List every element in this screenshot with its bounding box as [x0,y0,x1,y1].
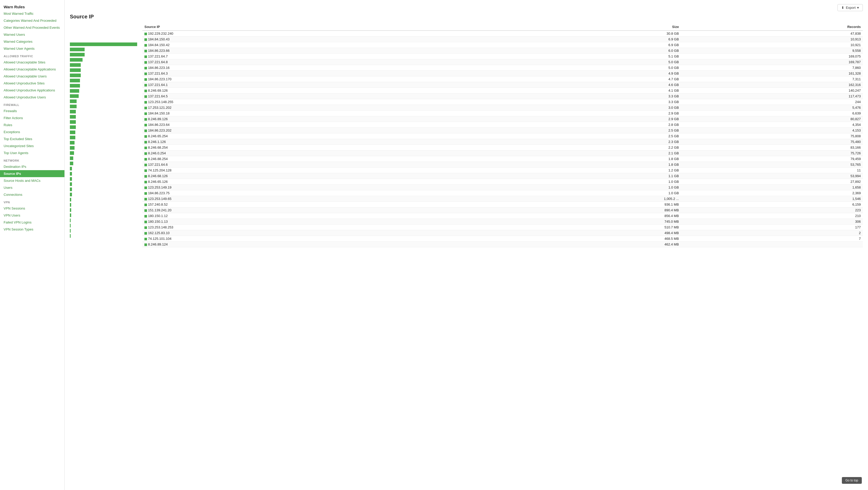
table-row[interactable]: 74.125.101.104468.5 MB7 [142,236,863,242]
sidebar-item-filter-actions[interactable]: Filter Actions [0,114,64,121]
table-row[interactable]: 137.221.64.61.8 GB53,765 [142,162,863,168]
table-row[interactable]: 184.86.223.165.0 GB7,860 [142,65,863,71]
sidebar-item-categories-warned[interactable]: Categories Warned And Proceeded [0,17,64,24]
color-indicator [145,158,147,161]
sidebar-item-allowed-unproductive-apps[interactable]: Allowed Unproductive Applications [0,87,64,94]
sidebar-item-allowed-unacceptable-apps[interactable]: Allowed Unacceptable Applications [0,66,64,73]
cell-ip: 8.246.65.254 [142,134,484,139]
sidebar-item-warned-categories[interactable]: Warned Categories [0,38,64,45]
cell-records: 53,765 [681,162,863,168]
color-indicator [145,101,147,104]
cell-records: 6,639 [681,111,863,116]
table-row[interactable]: 123.253.149.191.0 GB1,658 [142,185,863,190]
sidebar-item-top-excluded-sites[interactable]: Top Excluded Sites [0,136,64,142]
sidebar-item-uncategorized-sites[interactable]: Uncategorized Sites [0,142,64,149]
cell-records: 1,658 [681,185,863,190]
table-row[interactable]: 123.253.148.2553.3 GB244 [142,99,863,105]
sidebar-item-source-hosts-macs[interactable]: Source Hosts and MACs [0,177,64,184]
sidebar-item-allowed-unacceptable-users[interactable]: Allowed Unacceptable Users [0,73,64,80]
table-row[interactable]: 137.221.64.14.6 GB162,316 [142,82,863,88]
bar [70,151,74,155]
sidebar-item-firewalls[interactable]: Firewalls [0,108,64,114]
page-title: Source IP [70,14,863,20]
table-row[interactable]: 8.246.65.2542.5 GB75,808 [142,134,863,139]
table-row[interactable]: 8.246.65.1261.0 GB27,892 [142,179,863,185]
bar-row [70,218,142,223]
sidebar-item-allowed-unacceptable-sites[interactable]: Allowed Unacceptable Sites [0,59,64,66]
table-row[interactable]: 184.84.150.436.9 GB10,913 [142,36,863,42]
sidebar-item-other-warned[interactable]: Other Warned And Proceeded Events [0,24,64,31]
table-row[interactable]: 184.86.223.751.0 GB2,369 [142,190,863,196]
table-row[interactable]: 192.229.232.24030.8 GB47,838 [142,31,863,36]
sidebar-item-allowed-unproductive-users[interactable]: Allowed Unproductive Users [0,94,64,101]
sidebar-item-rules[interactable]: Rules [0,121,64,128]
bar [70,42,137,46]
sidebar-item-vpn-session-types[interactable]: VPN Session Types [0,226,64,233]
table-row[interactable]: 8.246.89.124462.4 MB [142,242,863,247]
sidebar-item-vpn-users[interactable]: VPN Users [0,212,64,219]
color-indicator [145,186,147,189]
sidebar-item-most-warned-traffic[interactable]: Most Warned Traffic [0,10,64,17]
table-row[interactable]: 157.240.8.52936.1 MB6,159 [142,202,863,207]
table-row[interactable]: 184.84.150.426.9 GB10,921 [142,42,863,48]
table-row[interactable]: 8.246.68.2542.2 GB83,166 [142,145,863,150]
table-row[interactable]: 137.221.64.75.1 GB169,075 [142,54,863,59]
export-button[interactable]: ⬇ Export ▾ [837,4,863,11]
sidebar-item-source-ips[interactable]: Source IPs [0,170,64,177]
header-row: ⬇ Export ▾ [70,4,863,11]
table-row[interactable]: 184.86.223.642.8 GB4,354 [142,122,863,128]
cell-size: 745.0 MB [484,219,681,225]
table-row[interactable]: 151.139.241.20890.4 MB223 [142,207,863,213]
cell-ip: 8.246.68.126 [142,173,484,179]
table-row[interactable]: 8.246.0.2542.1 GB75,726 [142,150,863,156]
table-row[interactable]: 74.125.204.1281.2 GB11 [142,168,863,173]
table-row[interactable]: 8.246.89.1262.9 GB80,827 [142,116,863,122]
table-row[interactable]: 123.253.149.651,005.2 ...1,546 [142,196,863,202]
cell-ip: 8.246.69.126 [142,88,484,93]
cell-records: 210 [681,213,863,219]
cell-records: 53,994 [681,173,863,179]
export-icon: ⬇ [841,6,844,9]
cell-records: 75,808 [681,134,863,139]
cell-ip: 137.221.64.6 [142,162,484,168]
sidebar-item-vpn-sessions[interactable]: VPN Sessions [0,205,64,212]
table-row[interactable]: 162.125.83.10498.4 MB2 [142,230,863,236]
sidebar-item-users[interactable]: Users [0,184,64,191]
table-row[interactable]: 184.86.223.1704.7 GB7,311 [142,77,863,82]
bar-row [70,213,142,218]
table-row[interactable]: 137.221.64.53.3 GB117,473 [142,93,863,99]
sidebar-item-destination-ips[interactable]: Destination IPs [0,163,64,170]
table-row[interactable]: 184.84.150.182.9 GB6,639 [142,111,863,116]
cell-size: 510.7 MB [484,225,681,230]
sidebar-item-top-user-agents[interactable]: Top User Agents [0,149,64,156]
cell-ip: 184.84.150.43 [142,36,484,42]
sidebar-item-allowed-unproductive-sites[interactable]: Allowed Unproductive Sites [0,80,64,87]
table-row[interactable]: 8.246.69.1264.1 GB140,247 [142,88,863,93]
table-row[interactable]: 137.221.64.34.9 GB161,328 [142,71,863,77]
goto-top-button[interactable]: Go to top [842,477,862,484]
table-row[interactable]: 8.246.88.2541.8 GB79,459 [142,156,863,162]
table-row[interactable]: 17.253.121.2023.0 GB5,476 [142,105,863,111]
table-row[interactable]: 8.246.68.1261.1 GB53,994 [142,173,863,179]
table-row[interactable]: 184.86.223.666.0 GB9,558 [142,48,863,54]
color-indicator [145,215,147,218]
table-row[interactable]: 180.150.1.12856.4 MB210 [142,213,863,219]
table-row[interactable]: 184.86.223.2022.5 GB4,153 [142,128,863,134]
table-row[interactable]: 8.246.1.1262.3 GB75,480 [142,139,863,145]
bar [70,120,76,124]
table-row[interactable]: 123.253.148.253510.7 MB177 [142,225,863,230]
table-row[interactable]: 137.221.64.85.0 GB169,787 [142,59,863,65]
sidebar-item-failed-vpn-logins[interactable]: Failed VPN Logins [0,219,64,226]
cell-size: 1,005.2 ... [484,196,681,202]
sidebar-item-warned-user-agents[interactable]: Warned User Agents [0,45,64,52]
sidebar-item-warn-rules[interactable]: Warn Rules [0,2,64,10]
sidebar-item-warned-users[interactable]: Warned Users [0,31,64,38]
cell-records: 10,913 [681,36,863,42]
cell-records: 162,316 [681,82,863,88]
sidebar-item-connections[interactable]: Connections [0,191,64,198]
sidebar-item-exceptions[interactable]: Exceptions [0,128,64,136]
table-row[interactable]: 180.150.1.13745.0 MB306 [142,219,863,225]
bar-row [70,63,142,67]
table-wrapper: Source IP Size Records 192.229.232.24030… [70,23,863,247]
bar [70,156,73,160]
